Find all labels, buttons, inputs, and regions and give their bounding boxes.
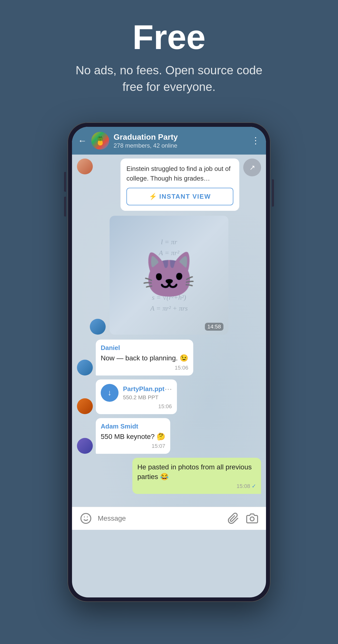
more-options-button[interactable]: ⋮ — [251, 136, 260, 146]
article-message-row: Einstein struggled to find a job out of … — [77, 158, 261, 211]
adam-bubble: Adam Smidt 550 MB keynote? 🤔 15:07 — [96, 418, 170, 454]
hero-title: Free — [132, 20, 206, 54]
file-size: 550.2 MB PPT — [123, 394, 172, 401]
file-message-row: ↓ PartyPlan.ppt ⋯ 550.2 MB PPT — [77, 380, 261, 414]
file-time: 15:06 — [158, 403, 172, 410]
sticker-time: 14:58 — [205, 323, 223, 331]
attach-button[interactable] — [226, 512, 240, 525]
daniel-sender: Daniel — [101, 344, 188, 352]
chat-bottom-bar — [72, 507, 266, 530]
emoji-button[interactable] — [79, 512, 93, 525]
adam-text: 550 MB keynote? 🤔 — [101, 432, 165, 442]
group-avatar: 🍍 — [91, 132, 109, 150]
adam-time: 15:07 — [152, 443, 165, 449]
chat-app: ← 🍍 Graduation Party 278 members, 42 onl… — [72, 127, 266, 598]
spacer — [77, 498, 261, 503]
file-more-button[interactable]: ⋯ — [165, 385, 172, 393]
outgoing-bubble: He pasted in photos from all previous pa… — [132, 458, 261, 494]
check-icon: ✓ — [252, 483, 256, 490]
article-bubble: Einstein struggled to find a job out of … — [120, 158, 239, 211]
article-preview-text: Einstein struggled to find a job out of … — [126, 164, 233, 183]
camera-icon — [246, 512, 258, 524]
daniel-time: 15:06 — [175, 364, 188, 371]
download-icon-circle[interactable]: ↓ — [101, 384, 118, 402]
daniel-message-row: Daniel Now — back to planning. 😉 15:06 — [77, 340, 261, 375]
header-info: Graduation Party 278 members, 42 online — [114, 132, 247, 149]
sticker-sender-avatar — [90, 319, 106, 335]
phone-frame: ← 🍍 Graduation Party 278 members, 42 onl… — [67, 122, 271, 602]
camera-button[interactable] — [245, 512, 259, 525]
download-icon: ↓ — [108, 388, 112, 397]
sticker-bubble: l = πr A = πr² V = l³ θ P = 2πr A = πr² … — [110, 216, 228, 335]
file-header-row: PartyPlan.ppt ⋯ — [123, 385, 172, 393]
outgoing-meta: 15:08 ✓ — [137, 483, 256, 490]
cat-sticker: 🐱 — [141, 253, 197, 298]
adam-meta: 15:07 — [101, 443, 165, 449]
emoji-icon — [80, 512, 92, 524]
sticker-area: l = πr A = πr² V = l³ θ P = 2πr A = πr² … — [77, 216, 261, 335]
daniel-text: Now — back to planning. 😉 — [101, 353, 188, 363]
phone-wrapper: ← 🍍 Graduation Party 278 members, 42 onl… — [67, 122, 271, 602]
outgoing-text: He pasted in photos from all previous pa… — [137, 462, 256, 482]
chat-header: ← 🍍 Graduation Party 278 members, 42 onl… — [72, 127, 266, 154]
group-status: 278 members, 42 online — [114, 142, 247, 149]
avatar-girl — [77, 158, 93, 174]
message-input[interactable] — [98, 514, 221, 522]
outgoing-time: 15:08 — [237, 483, 250, 490]
daniel-avatar — [77, 360, 93, 376]
outgoing-message-row: He pasted in photos from all previous pa… — [77, 458, 261, 494]
adam-sender: Adam Smidt — [101, 422, 165, 430]
file-name: PartyPlan.ppt — [123, 385, 165, 393]
hero-section: Free No ads, no fees. Open source code f… — [0, 0, 338, 110]
share-icon: ↗ — [249, 164, 255, 172]
svg-point-3 — [250, 517, 254, 521]
instant-view-label: INSTANT VIEW — [159, 193, 211, 200]
file-sender-avatar — [77, 398, 93, 414]
file-info: PartyPlan.ppt ⋯ 550.2 MB PPT — [123, 385, 172, 401]
svg-point-0 — [81, 514, 91, 523]
file-row: ↓ PartyPlan.ppt ⋯ 550.2 MB PPT — [101, 384, 172, 402]
adam-avatar — [77, 438, 93, 454]
paperclip-icon — [227, 512, 239, 524]
daniel-meta: 15:06 — [101, 364, 188, 371]
file-bubble: ↓ PartyPlan.ppt ⋯ 550.2 MB PPT — [96, 380, 177, 414]
group-name: Graduation Party — [114, 132, 247, 142]
daniel-bubble: Daniel Now — back to planning. 😉 15:06 — [96, 340, 193, 375]
share-button[interactable]: ↗ — [243, 158, 261, 176]
phone-inner: ← 🍍 Graduation Party 278 members, 42 onl… — [72, 127, 266, 598]
back-button[interactable]: ← — [78, 136, 87, 145]
messages-area: Einstein struggled to find a job out of … — [72, 154, 266, 507]
avatar-emoji: 🍍 — [95, 136, 105, 146]
hero-subtitle: No ads, no fees. Open source code free f… — [72, 62, 266, 95]
instant-view-button[interactable]: ⚡ INSTANT VIEW — [126, 188, 233, 205]
lightning-icon: ⚡ — [149, 193, 157, 200]
file-meta: 15:06 — [101, 403, 172, 410]
adam-message-row: Adam Smidt 550 MB keynote? 🤔 15:07 — [77, 418, 261, 454]
